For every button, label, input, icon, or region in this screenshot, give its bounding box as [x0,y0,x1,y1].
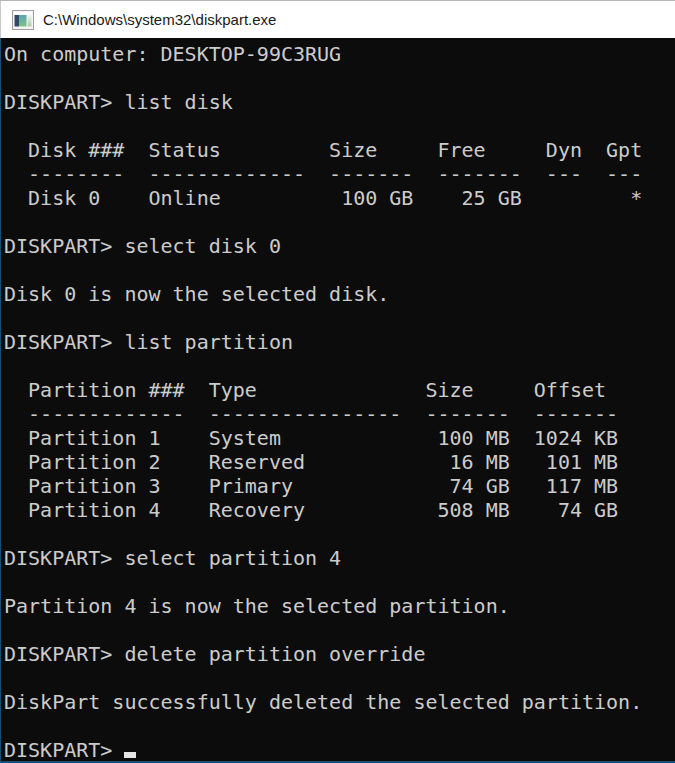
console-line: Partition 1 System 100 MB 1024 KB [4,426,675,450]
console-line [4,522,675,546]
console-line: DISKPART> delete partition override [4,642,675,666]
console-app-icon[interactable] [12,10,34,30]
title-bar[interactable]: C:\Windows\system32\diskpart.exe [0,1,675,38]
console-line: Disk 0 is now the selected disk. [4,282,675,306]
console-line: Partition 4 Recovery 508 MB 74 GB [4,498,675,522]
console-line [4,258,675,282]
console-line [4,210,675,234]
console-line [4,114,675,138]
console-line: DISKPART> list disk [4,90,675,114]
console-line [4,354,675,378]
console-line: Partition 4 is now the selected partitio… [4,594,675,618]
console-line: DISKPART> select partition 4 [4,546,675,570]
console-line [4,66,675,90]
console-line [4,570,675,594]
console-line: Disk 0 Online 100 GB 25 GB * [4,186,675,210]
console-line: DISKPART> select disk 0 [4,234,675,258]
text-cursor [124,752,136,758]
console-line: DiskPart successfully deleted the select… [4,690,675,714]
console-line: Partition 3 Primary 74 GB 117 MB [4,474,675,498]
console-line [4,306,675,330]
window-title: C:\Windows\system32\diskpart.exe [43,11,276,28]
console-line: Partition ### Type Size Offset [4,378,675,402]
console-line: DISKPART> list partition [4,330,675,354]
console-line: ------------- ---------------- ------- -… [4,402,675,426]
diskpart-window: C:\Windows\system32\diskpart.exe On comp… [0,0,675,763]
console-line: Disk ### Status Size Free Dyn Gpt [4,138,675,162]
console-line: On computer: DESKTOP-99C3RUG [4,42,675,66]
console-output: On computer: DESKTOP-99C3RUGDISKPART> li… [4,42,675,762]
console-line: -------- ------------- ------- ------- -… [4,162,675,186]
console-line: Partition 2 Reserved 16 MB 101 MB [4,450,675,474]
prompt-line: DISKPART> [4,738,675,762]
console-line [4,618,675,642]
console-line [4,666,675,690]
console-line [4,714,675,738]
console-area[interactable]: On computer: DESKTOP-99C3RUGDISKPART> li… [0,38,675,763]
